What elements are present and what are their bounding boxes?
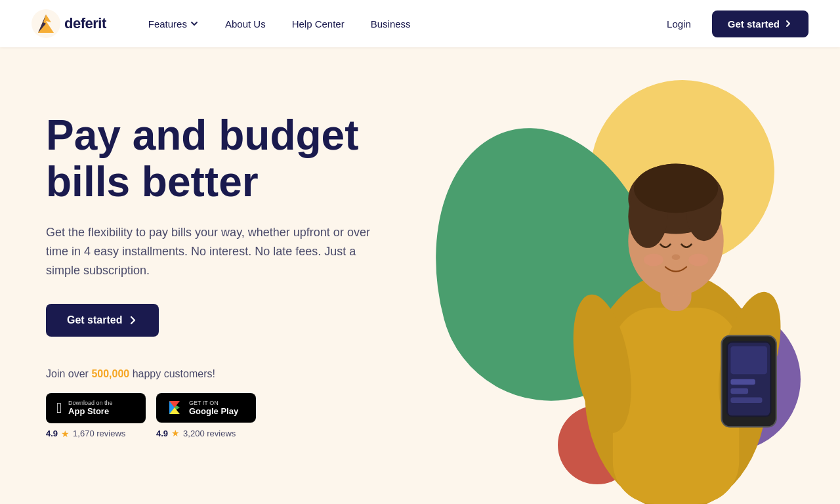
chevron-right-icon bbox=[784, 19, 793, 28]
logo-icon bbox=[32, 9, 60, 38]
play-store-icon bbox=[167, 400, 182, 415]
hero-visual bbox=[378, 47, 840, 504]
svg-rect-4 bbox=[613, 308, 739, 504]
get-started-nav-button[interactable]: Get started bbox=[712, 10, 808, 37]
navigation: deferit Features About Us Help Center Bu… bbox=[0, 0, 840, 47]
nav-item-help[interactable]: Help Center bbox=[282, 13, 355, 35]
svg-rect-20 bbox=[730, 346, 767, 374]
play-store-badge[interactable]: GET IT ON Google Play bbox=[156, 393, 256, 423]
hero-description: Get the flexibility to pay bills your wa… bbox=[46, 223, 387, 280]
nav-links: Features About Us Help Center Business bbox=[138, 13, 654, 35]
play-store-badge-wrap: GET IT ON Google Play 4.9 ★ 3,200 review… bbox=[156, 393, 256, 439]
store-badges:  Download on the App Store 4.9 ★ 1,670 … bbox=[46, 393, 387, 439]
svg-point-10 bbox=[634, 164, 718, 213]
app-store-rating: 4.9 ★ 1,670 reviews bbox=[46, 429, 125, 439]
app-store-badge[interactable]:  Download on the App Store bbox=[46, 393, 146, 423]
nav-item-business[interactable]: Business bbox=[360, 13, 421, 35]
customers-text: Join over 500,000 happy customers! bbox=[46, 368, 387, 380]
svg-point-12 bbox=[644, 253, 663, 266]
star-icon: ★ bbox=[171, 428, 180, 438]
apple-icon:  bbox=[56, 400, 62, 417]
svg-point-13 bbox=[688, 253, 708, 266]
play-store-rating: 4.9 ★ 3,200 reviews bbox=[156, 428, 236, 438]
svg-rect-22 bbox=[730, 388, 748, 394]
hero-person-image bbox=[538, 97, 814, 504]
hero-content: Pay and budget bills better Get the flex… bbox=[0, 60, 433, 491]
logo[interactable]: deferit bbox=[32, 9, 106, 38]
svg-rect-23 bbox=[730, 398, 762, 404]
hero-section: Pay and budget bills better Get the flex… bbox=[0, 47, 840, 504]
svg-rect-21 bbox=[730, 379, 755, 385]
logo-text: deferit bbox=[64, 15, 106, 32]
star-icon: ★ bbox=[61, 429, 70, 439]
svg-point-11 bbox=[672, 254, 681, 260]
app-store-badge-wrap:  Download on the App Store 4.9 ★ 1,670 … bbox=[46, 393, 146, 439]
person-svg bbox=[538, 97, 814, 504]
arrow-right-icon bbox=[127, 315, 138, 326]
nav-item-features[interactable]: Features bbox=[138, 13, 209, 35]
chevron-down-icon bbox=[190, 19, 199, 28]
hero-cta-button[interactable]: Get started bbox=[46, 304, 159, 337]
nav-right: Login Get started bbox=[654, 10, 808, 37]
nav-item-about[interactable]: About Us bbox=[215, 13, 276, 35]
hero-title: Pay and budget bills better bbox=[46, 112, 387, 205]
login-button[interactable]: Login bbox=[654, 13, 704, 35]
